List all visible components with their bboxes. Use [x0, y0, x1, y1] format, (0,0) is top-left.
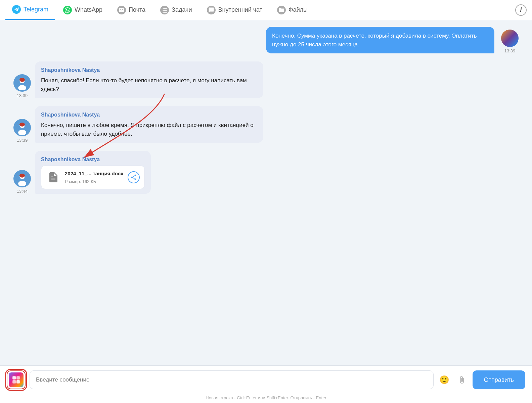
tab-email-label: Почта — [129, 6, 145, 13]
whatsapp-icon — [63, 6, 72, 14]
message-row-incoming-1: 13:39 Shaposhnikova Nastya Понял, спасиб… — [13, 61, 519, 98]
file-doc-icon — [46, 170, 61, 185]
incoming-bubble-2: Shaposhnikova Nastya Конечно, пишите в л… — [35, 106, 263, 143]
tab-bar: Telegram WhatsApp Почта Задачи — [0, 0, 532, 20]
tab-files-label: Файлы — [289, 6, 308, 13]
incoming-bubble-3: Shaposhnikova Nastya 2024_11_... танция.… — [35, 151, 151, 194]
svg-rect-16 — [16, 380, 20, 384]
chat-area: 13:39 Конечно. Сумма указана в расчете, … — [0, 20, 532, 365]
message-input[interactable] — [30, 370, 434, 389]
tasks-icon — [160, 6, 169, 14]
incoming-1-time: 13:39 — [17, 93, 28, 98]
incoming-3-avatar-time: 13:44 — [13, 170, 31, 194]
clip-button[interactable] — [455, 373, 469, 387]
svg-rect-14 — [16, 376, 20, 379]
tab-tasks-label: Задачи — [172, 6, 192, 13]
incoming-text-1: Понял, спасибо! Если что-то будет непоня… — [41, 77, 247, 92]
file-size: Размер: 192 КБ — [65, 178, 124, 185]
avatar-incoming-3 — [13, 170, 31, 187]
tab-internal[interactable]: Внутренний чат — [200, 0, 269, 20]
svg-point-3 — [19, 78, 25, 82]
svg-point-12 — [19, 174, 25, 178]
attach-icon — [9, 372, 24, 387]
svg-rect-13 — [12, 376, 16, 379]
file-info: 2024_11_... танция.docx Размер: 192 КБ — [65, 170, 124, 185]
files-icon — [277, 6, 286, 14]
input-hint: Новая строка - Ctrl+Enter или Shift+Ente… — [0, 394, 532, 403]
incoming-bubble-1: Shaposhnikova Nastya Понял, спасибо! Есл… — [35, 61, 263, 98]
incoming-text-2: Конечно, пишите в любое время. Я прикреп… — [41, 122, 254, 137]
file-name: 2024_11_... танция.docx — [65, 170, 124, 178]
avatar-outgoing — [501, 30, 519, 47]
outgoing-text: Конечно. Сумма указана в расчете, которы… — [272, 33, 477, 48]
incoming-3-time: 13:44 — [17, 189, 28, 194]
tab-tasks[interactable]: Задачи — [153, 0, 198, 20]
send-button[interactable]: Отправить — [473, 370, 525, 389]
tab-whatsapp-label: WhatsApp — [75, 6, 102, 13]
outgoing-bubble: Конечно. Сумма указана в расчете, которы… — [266, 27, 494, 53]
tab-telegram[interactable]: Telegram — [5, 0, 55, 20]
incoming-1-avatar-time: 13:39 — [13, 74, 31, 98]
tab-files[interactable]: Файлы — [270, 0, 314, 20]
outgoing-avatar-time: 13:39 — [501, 30, 519, 53]
email-icon — [117, 6, 126, 14]
avatar-incoming-1 — [13, 74, 31, 92]
incoming-2-time: 13:39 — [17, 138, 28, 143]
telegram-icon — [12, 5, 21, 14]
input-bar: 🙂 Отправить — [0, 365, 532, 394]
tab-telegram-label: Telegram — [24, 6, 48, 13]
avatar-incoming-2 — [13, 119, 31, 136]
svg-rect-15 — [12, 380, 16, 384]
message-row-outgoing: 13:39 Конечно. Сумма указана в расчете, … — [13, 27, 519, 53]
tab-internal-label: Внутренний чат — [218, 6, 262, 13]
tab-email[interactable]: Почта — [110, 0, 152, 20]
file-share-button[interactable] — [128, 171, 140, 183]
message-row-incoming-2: 13:39 Shaposhnikova Nastya Конечно, пиши… — [13, 106, 519, 143]
message-row-file: 13:44 Shaposhnikova Nastya 2024_11_... т… — [13, 151, 519, 194]
sender-name-2: Shaposhnikova Nastya — [41, 111, 257, 119]
sender-name-1: Shaposhnikova Nastya — [41, 66, 257, 74]
attach-button[interactable] — [7, 370, 26, 389]
input-section: 🙂 Отправить Новая строка - Ctrl+Enter ил… — [0, 365, 532, 403]
incoming-2-avatar-time: 13:39 — [13, 119, 31, 143]
sender-name-3: Shaposhnikova Nastya — [41, 155, 145, 164]
file-attachment[interactable]: 2024_11_... танция.docx Размер: 192 КБ — [41, 166, 145, 189]
info-button[interactable]: i — [515, 4, 527, 16]
svg-point-7 — [19, 123, 25, 127]
outgoing-time: 13:39 — [504, 48, 516, 53]
emoji-button[interactable]: 🙂 — [438, 373, 451, 387]
internal-chat-icon — [207, 6, 216, 14]
tab-whatsapp[interactable]: WhatsApp — [56, 0, 109, 20]
